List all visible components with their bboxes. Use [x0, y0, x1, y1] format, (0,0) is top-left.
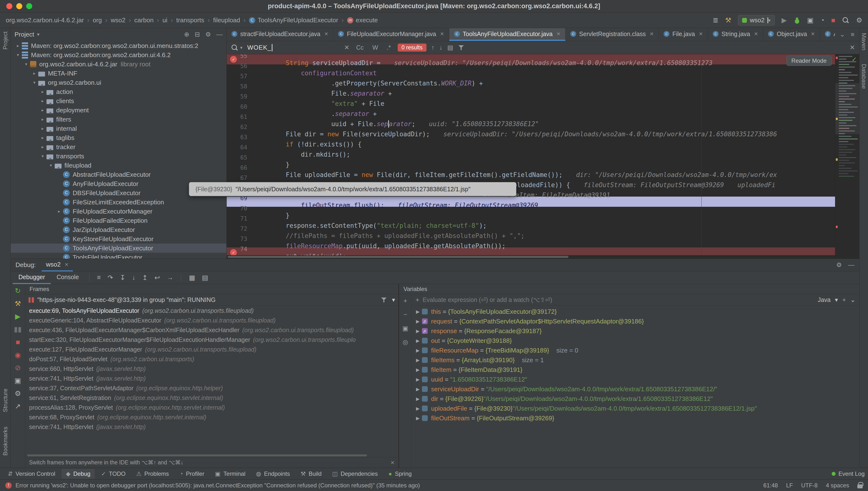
tree-row[interactable]: ▸CFileUploadExecutorManager — [11, 207, 227, 216]
stack-frame[interactable]: service:61, ServletRegistration(org.ecli… — [25, 393, 398, 403]
code-line[interactable]: ✓74 out.write(uuid); — [227, 248, 835, 255]
code-editor[interactable]: ✓55 String serviceUploadDir =serviceUplo… — [227, 54, 835, 259]
previous-occurrence-icon[interactable]: ↑ — [431, 44, 434, 51]
tree-row[interactable]: CFileSizeLimitExceededException — [11, 198, 227, 207]
chevron-right-icon[interactable]: ▶ — [414, 377, 422, 382]
settings-gear-icon[interactable]: ⚙ — [205, 31, 211, 38]
tree-row[interactable]: ▾transports — [11, 151, 227, 161]
toolwindow-tab-database[interactable]: Database — [861, 64, 867, 89]
close-icon[interactable]: ✕ — [324, 31, 328, 37]
chevron-right-icon[interactable]: ▶ — [414, 328, 422, 334]
tree-row[interactable]: CToolsAnyFileUploadExecutor — [11, 243, 227, 253]
chevron-right-icon[interactable]: ▸ — [30, 71, 38, 76]
breakpoint-icon[interactable]: ✓ — [227, 56, 240, 63]
toolwindow-tab-bookmarks[interactable]: Bookmarks — [2, 427, 9, 456]
stop-icon[interactable]: ■ — [16, 339, 20, 346]
evaluate-language-label[interactable]: Java — [818, 296, 831, 304]
run-to-cursor-icon[interactable]: → — [167, 274, 173, 281]
chevron-right-icon[interactable]: ▸ — [39, 126, 47, 131]
chevron-right-icon[interactable]: ▸ — [39, 98, 47, 104]
chevron-down-icon[interactable]: ▾ — [392, 296, 395, 304]
breakpoint-icon[interactable]: ✓ — [227, 249, 240, 255]
toolwindow-button-terminal[interactable]: ▣Terminal — [211, 469, 250, 479]
chevron-right-icon[interactable]: ▶ — [414, 338, 422, 344]
close-icon[interactable]: ✕ — [649, 31, 654, 37]
filter-frames-icon[interactable] — [381, 297, 387, 303]
code-line[interactable]: 64 dir.mkdirs(); — [227, 146, 835, 156]
toolwindow-button-spring[interactable]: ●Spring — [384, 469, 416, 479]
add-icon[interactable]: + — [415, 296, 419, 304]
locate-file-icon[interactable]: ⊕ — [184, 31, 190, 38]
caret-position[interactable]: 61:48 — [763, 482, 778, 489]
stack-frame[interactable]: service:741, HttpServlet(javax.servlet.h… — [25, 422, 398, 432]
tree-row[interactable]: ▸deployment — [11, 106, 227, 115]
whole-words-toggle[interactable]: W — [370, 44, 380, 52]
settings-gear-icon[interactable]: ⚙ — [856, 17, 862, 24]
stop-button[interactable]: ■ — [831, 17, 835, 24]
inspections-ok-icon[interactable]: ✓ — [851, 56, 857, 63]
variable-row[interactable]: ▶fileItem = {FileItemData@39191} — [412, 365, 859, 375]
variable-row[interactable]: ▶dir = {File@39226} "/Users/peiqi/Downlo… — [412, 394, 859, 404]
close-icon[interactable]: ✕ — [440, 31, 444, 37]
breadcrumb-item[interactable]: fileupload — [213, 17, 240, 24]
evaluate-expression-input[interactable]: + Evaluate expression (⏎) or add a watch… — [412, 294, 859, 306]
chevron-right-icon[interactable]: ▸ — [39, 135, 47, 140]
breadcrumb-item[interactable]: org — [93, 17, 102, 24]
step-out-icon[interactable]: ↥ — [142, 274, 148, 282]
line-ending[interactable]: LF — [786, 482, 793, 489]
breadcrumb-item[interactable]: wso2 — [111, 17, 125, 24]
editor-menu-icon[interactable]: ≡ — [851, 31, 855, 38]
step-into-icon[interactable]: ↧ — [120, 274, 125, 282]
search-everywhere-icon[interactable] — [842, 17, 849, 24]
chevron-right-icon[interactable]: ▸ — [39, 108, 47, 113]
editor-tab[interactable]: CFile.java✕ — [659, 28, 708, 41]
add-watch-icon[interactable]: + — [842, 296, 846, 304]
collapse-all-icon[interactable]: ⊟ — [195, 31, 200, 38]
variable-row[interactable]: ▶out = {CoyoteWriter@39188} — [412, 336, 859, 346]
chevron-down-icon[interactable]: ▾ — [22, 61, 30, 67]
chevron-down-icon[interactable]: ▾ — [47, 163, 55, 168]
tree-row[interactable]: ▾org.wso2.carbon.ui-4.6.2.jarlibrary roo… — [11, 60, 227, 69]
chevron-right-icon[interactable]: ▶ — [414, 386, 422, 392]
force-step-into-icon[interactable]: ↓ — [132, 274, 136, 281]
code-line[interactable]: 69 fileOutStream.flush();fileOutStream: … — [227, 197, 835, 207]
hide-panel-icon[interactable]: ― — [216, 31, 223, 38]
chevron-right-icon[interactable]: ▸ — [39, 144, 47, 150]
status-message[interactable]: Error running 'wso2': Unable to open deb… — [16, 482, 420, 489]
readonly-lock-icon[interactable] — [857, 485, 863, 488]
variable-row[interactable]: ▶uploadedFile = {File@39230} "/Users/pei… — [412, 404, 859, 413]
chevron-right-icon[interactable]: ▸ — [39, 117, 47, 122]
debug-button[interactable] — [794, 17, 801, 24]
tree-row[interactable]: CAbstractFileUploadExecutor — [11, 170, 227, 179]
editor-tab[interactable]: CServletRegistration.class✕ — [566, 28, 659, 41]
chevron-down-icon[interactable]: ⌄ — [840, 31, 845, 38]
toolwindow-button-problems[interactable]: ⚠Problems — [132, 469, 173, 479]
chevron-down-icon[interactable]: ⌄ — [850, 296, 856, 304]
variable-row[interactable]: ▶fileItems = {ArrayList@39190}size = 1 — [412, 355, 859, 365]
add-watch-icon[interactable]: + — [404, 297, 407, 305]
editor-tab[interactable]: CstractFileUploadExecutor.java✕ — [227, 28, 333, 41]
tree-row[interactable]: ▸action — [11, 87, 227, 96]
chevron-right-icon[interactable]: ▶ — [414, 319, 422, 324]
build-wrench-icon[interactable]: ⚒ — [725, 17, 731, 24]
tree-row[interactable]: ▸taglibs — [11, 133, 227, 142]
breadcrumb-item[interactable]: transports — [176, 17, 204, 24]
step-over-icon[interactable]: ↷ — [108, 274, 113, 282]
file-encoding[interactable]: UTF-8 — [801, 482, 818, 489]
search-filter-icon[interactable] — [458, 45, 465, 51]
debug-session-tab[interactable]: wso2 ✕ — [42, 259, 73, 271]
toolwindow-tab-project[interactable]: Project — [2, 31, 9, 50]
stack-frame[interactable]: execute:127, FileUploadExecutorManager(o… — [25, 345, 398, 354]
minimap-viewport[interactable] — [835, 83, 859, 134]
tree-row[interactable]: ▸clients — [11, 96, 227, 106]
toolwindow-button-debug[interactable]: ◆Debug — [61, 469, 95, 479]
search-icon[interactable] — [231, 44, 238, 51]
chevron-down-icon[interactable]: ▾ — [30, 80, 38, 85]
chevron-right-icon[interactable]: ▶ — [414, 396, 422, 402]
rerun-icon[interactable]: ↻ — [15, 287, 21, 294]
datasource-icon[interactable]: ≣ — [713, 17, 718, 24]
minimize-window-button[interactable] — [16, 3, 22, 9]
tree-row[interactable]: ▸tracker — [11, 142, 227, 151]
stack-frame[interactable]: processAlias:128, ProxyServlet(org.eclip… — [25, 403, 398, 412]
chevron-right-icon[interactable]: ▸ — [55, 209, 63, 214]
